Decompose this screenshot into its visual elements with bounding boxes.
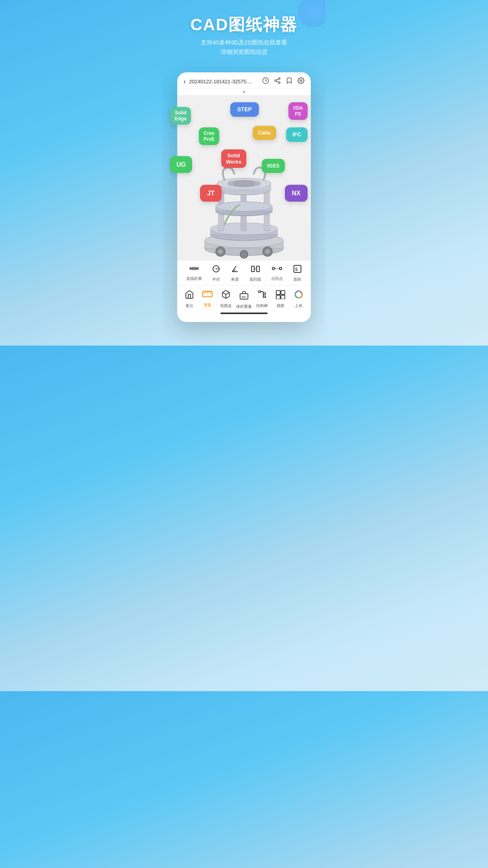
measure-linear-dist[interactable]: 直线距离	[186, 265, 202, 282]
radius-label: 半径	[212, 277, 220, 282]
svg-point-2	[275, 80, 277, 82]
nav-bbox[interactable]: 包围盒	[217, 290, 235, 309]
svg-point-1	[278, 78, 280, 80]
angle-icon	[231, 265, 239, 275]
measure-nav-icon	[202, 290, 213, 301]
share-icon[interactable]	[274, 77, 281, 86]
measure-nav-label: 测量	[204, 302, 211, 308]
linear-dist-icon	[189, 265, 199, 274]
nav-view[interactable]: 视图	[272, 290, 289, 309]
weight-label: 体积重量	[236, 304, 252, 309]
home-indicator	[220, 313, 268, 314]
svg-point-69	[297, 293, 300, 296]
bottom-nav: 复位 测量	[177, 285, 311, 322]
linear-dist-label: 直线距离	[186, 276, 202, 281]
subtitle-line1: 支持40多种3D及2D图纸在线查看	[201, 39, 287, 46]
point-to-point-label: 点到点	[271, 276, 283, 281]
svg-point-23	[233, 181, 255, 186]
color-label: 上色	[295, 303, 303, 309]
measure-toolbar: 直线距离 半径	[177, 260, 311, 285]
topbar-icons	[262, 77, 305, 86]
svg-point-25	[218, 249, 223, 254]
dropdown-indicator: ▼	[177, 89, 311, 95]
tree-label: 结构树	[256, 303, 268, 309]
home-icon	[185, 290, 194, 302]
tag-creo-proe[interactable]: CreoProE	[199, 127, 219, 145]
svg-text:S: S	[295, 267, 298, 272]
reset-label: 复位	[185, 303, 193, 309]
svg-point-43	[272, 267, 275, 270]
tag-solid-edge[interactable]: SolidEdge	[170, 107, 191, 125]
measure-area[interactable]: S 面积	[293, 265, 302, 282]
phone-mockup: ‹ 20240122-181421-32575....	[177, 72, 311, 322]
area-icon: S	[293, 265, 302, 275]
tag-catia[interactable]: Catia	[253, 126, 276, 140]
svg-point-18	[216, 202, 272, 211]
tag-iges[interactable]: IGES	[262, 159, 285, 173]
tag-ug[interactable]: UG	[170, 156, 192, 173]
svg-rect-38	[251, 266, 254, 272]
svg-rect-57	[259, 291, 261, 292]
svg-text:KG: KG	[242, 296, 246, 298]
tag-step[interactable]: STEP	[230, 102, 259, 117]
area-label: 面积	[294, 277, 301, 282]
nav-weight[interactable]: KG 体积重量	[235, 290, 253, 309]
tag-ifc[interactable]: IFC	[286, 127, 308, 142]
svg-rect-66	[276, 295, 280, 299]
phone-topbar: ‹ 20240122-181421-32575....	[177, 72, 311, 89]
svg-point-3	[278, 82, 280, 84]
point-to-point-icon	[272, 265, 282, 274]
svg-point-28	[240, 250, 248, 258]
hero-title: CAD图纸神器	[171, 16, 317, 34]
tag-solid-works[interactable]: SolidWorks	[221, 149, 246, 168]
svg-line-5	[276, 79, 278, 80]
viewer-area: SolidEdge STEP VDAFS CreoProE Catia IFC …	[177, 95, 311, 260]
svg-point-27	[265, 249, 270, 254]
weight-icon: KG	[239, 290, 249, 302]
nav-reset[interactable]: 复位	[181, 290, 198, 309]
tree-icon	[257, 290, 267, 302]
color-icon	[294, 290, 303, 302]
nav-color[interactable]: 上色	[290, 290, 307, 309]
face-to-face-icon	[251, 265, 260, 275]
measure-radius[interactable]: 半径	[212, 265, 220, 282]
svg-point-35	[216, 268, 217, 270]
hero-subtitle: 支持40多种3D及2D图纸在线查看 详细浏览图纸信息	[171, 38, 317, 57]
radius-icon	[212, 265, 220, 275]
svg-line-4	[276, 81, 278, 82]
tag-nx[interactable]: NX	[285, 185, 308, 202]
tag-vdafs[interactable]: VDAFS	[288, 102, 308, 120]
history-icon[interactable]	[262, 77, 269, 86]
svg-rect-65	[281, 291, 285, 294]
view-icon	[275, 290, 286, 302]
svg-point-6	[300, 80, 302, 82]
measure-items: 直线距离 半径	[177, 265, 311, 282]
svg-rect-67	[281, 295, 285, 299]
subtitle-line2: 详细浏览图纸信息	[220, 48, 268, 55]
settings-icon[interactable]	[297, 77, 305, 86]
measure-angle[interactable]: 角度	[231, 265, 239, 282]
nav-measure[interactable]: 测量	[199, 290, 216, 308]
face-to-face-label: 面到面	[250, 277, 261, 282]
svg-rect-64	[276, 291, 280, 294]
view-label: 视图	[277, 303, 284, 309]
measure-point-to-point[interactable]: 点到点	[271, 265, 283, 282]
svg-rect-39	[257, 266, 259, 272]
nav-tree[interactable]: 结构树	[253, 290, 271, 309]
nav-items: 复位 测量	[177, 290, 311, 309]
bbox-label: 包围盒	[220, 303, 232, 309]
tag-jt[interactable]: JT	[200, 185, 222, 202]
bookmark-icon[interactable]	[286, 77, 293, 86]
file-title: 20240122-181421-32575....	[189, 79, 259, 85]
bbox-icon	[221, 290, 231, 302]
measure-face-to-face[interactable]: 面到面	[250, 265, 261, 282]
svg-point-44	[279, 267, 282, 270]
back-button[interactable]: ‹	[183, 77, 186, 86]
angle-label: 角度	[231, 277, 239, 282]
